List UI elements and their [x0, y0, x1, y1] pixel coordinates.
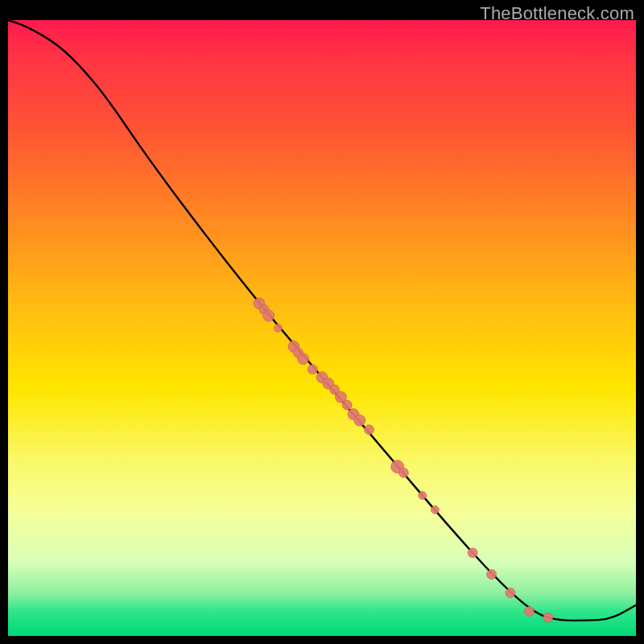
data-markers [254, 298, 553, 622]
data-marker [468, 548, 477, 558]
data-marker [354, 415, 365, 426]
bottleneck-curve [8, 20, 636, 621]
data-marker [487, 570, 497, 580]
data-marker [431, 506, 439, 514]
data-marker [398, 468, 408, 477]
data-marker [308, 365, 317, 374]
data-marker [506, 588, 515, 597]
data-marker [419, 492, 427, 500]
data-marker [365, 425, 374, 435]
data-marker [263, 310, 275, 321]
data-marker [524, 606, 534, 616]
data-marker [342, 400, 352, 410]
data-marker [543, 613, 553, 622]
chart-overlay [8, 20, 636, 636]
data-marker [298, 353, 309, 365]
data-marker [274, 324, 282, 332]
